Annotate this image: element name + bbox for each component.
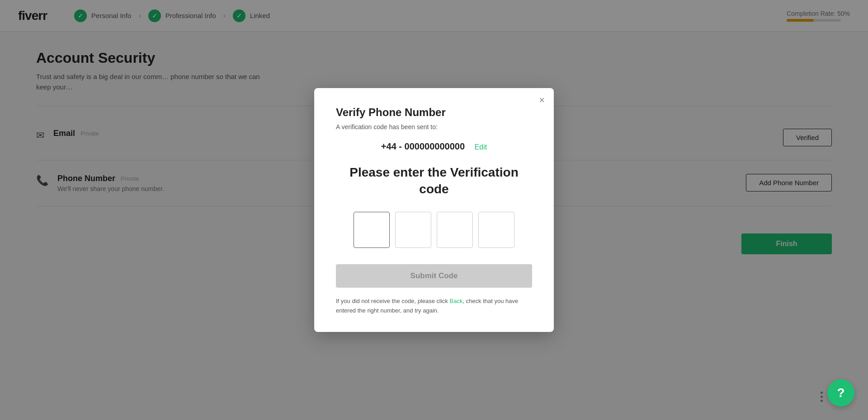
code-inputs [336,212,532,248]
resend-text-before: If you did not receive the code, please … [336,298,449,304]
help-icon: ? [837,386,844,400]
phone-display: +44 - 000000000000 Edit [336,141,532,152]
submit-code-button[interactable]: Submit Code [336,264,532,288]
modal-close-button[interactable]: × [539,95,545,105]
edit-phone-link[interactable]: Edit [475,143,487,151]
modal-title: Verify Phone Number [336,106,532,119]
code-input-3[interactable] [437,212,473,248]
help-button[interactable]: ? [827,379,854,406]
code-input-2[interactable] [395,212,431,248]
phone-number-text: +44 - 000000000000 [381,141,465,151]
verification-heading: Please enter the Verification code [336,164,532,197]
resend-back-link[interactable]: Back [449,298,462,304]
code-input-4[interactable] [478,212,514,248]
verify-phone-modal: × Verify Phone Number A verification cod… [314,88,554,331]
resend-text: If you did not receive the code, please … [336,297,532,316]
code-input-1[interactable] [354,212,390,248]
modal-subtitle: A verification code has been sent to: [336,123,532,131]
modal-overlay: × Verify Phone Number A verification cod… [0,0,868,420]
